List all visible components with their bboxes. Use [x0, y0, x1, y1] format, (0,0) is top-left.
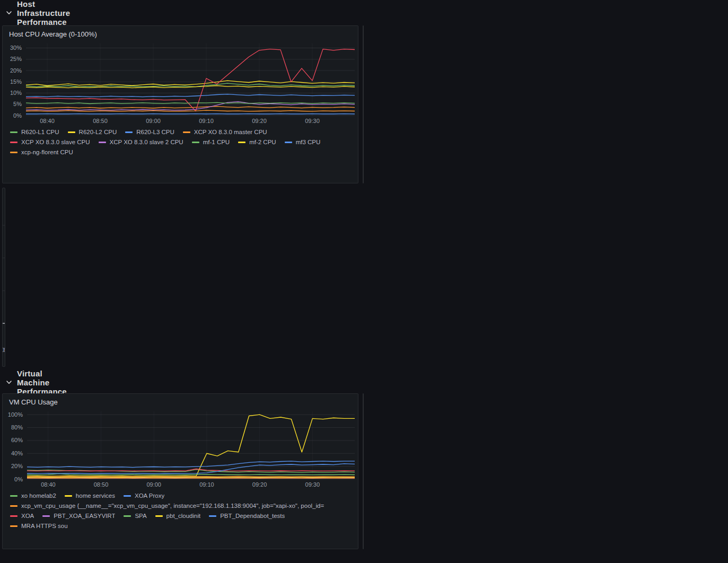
panel-title-host-cpu-average[interactable]: Host CPU Average (0-100%) — [3, 26, 358, 40]
series-line-spa — [27, 474, 355, 475]
series-color-icon — [65, 495, 72, 497]
legend-item-xo-homelab2[interactable]: xo homelab2 — [10, 492, 56, 499]
panel-title-host-disk-io[interactable]: Host Disk I/O (Read above / Write below) — [3, 188, 5, 203]
series-line-mf-1-cpu — [26, 102, 355, 103]
x-tick-label: 09:35 — [3, 347, 5, 353]
series-color-icon — [155, 515, 163, 517]
legend-item-pbt-dependabot-tests[interactable]: PBT_Dependabot_tests — [209, 513, 285, 519]
legend-item-xcp-xo-8-3-0-slave-2-cpu[interactable]: XCP XO 8.3.0 slave 2 CPU — [99, 139, 183, 145]
series-line-r620-l2-cpu — [26, 81, 355, 85]
x-tick-label: 09:30 — [305, 481, 320, 488]
panel-title-vm-memory-usage[interactable]: VM Memory Usage — [363, 394, 364, 408]
legend-label: XCP XO 8.3.0 slave 2 CPU — [110, 139, 183, 145]
host-disk-io-chart[interactable]: 0 io/s20K io/s40K io/s60K io/s08:4008:45… — [3, 203, 5, 354]
legend-label: xcp_vm_cpu_usage {__name__="xcp_vm_cpu_u… — [21, 503, 324, 509]
series-color-icon — [10, 495, 17, 497]
legend-label: PBT_XOA_EASYVIRT — [54, 513, 115, 519]
section-header-host-infrastructure[interactable]: Host Infrastructure Performance — [0, 0, 7, 25]
y-tick-label: 40% — [11, 450, 23, 456]
y-tick-label: 0% — [14, 476, 23, 482]
series-line-xcp-ng-florent-cpu — [26, 110, 355, 111]
x-tick-label: 09:00 — [146, 118, 161, 124]
legend-label: R620-L3 CPU — [136, 129, 174, 135]
series-color-icon — [10, 131, 17, 133]
legend-item-r620-l1-cpu[interactable]: R620-L1 CPU — [10, 129, 59, 135]
panel-row-bottom: VM CPU Usage 0%20%40%60%80%100%08:4008:5… — [2, 393, 5, 549]
panel-title-vm-cpu-usage[interactable]: VM CPU Usage — [3, 394, 358, 408]
series-color-icon — [68, 131, 75, 133]
series-line-xcp-xo-8-3-0-master-cpu — [26, 107, 355, 108]
x-tick-label: 09:20 — [252, 481, 267, 488]
series-color-icon — [192, 142, 199, 143]
legend-item-pbt-cloudinit[interactable]: pbt_cloudinit — [155, 513, 201, 519]
legend-item-xcp-xo-8-3-0-master-cpu[interactable]: XCP XO 8.3.0 master CPU — [183, 129, 267, 135]
series-line-r620-l3-cpu — [26, 94, 355, 97]
legend-label: xcp-ng-florent CPU — [21, 149, 73, 155]
section-title-virtual-machine: Virtual Machine Performance — [17, 369, 67, 396]
host-cpu-legend: R620-L1 CPUR620-L2 CPUR620-L3 CPUXCP XO … — [3, 125, 358, 183]
y-tick-label: 10% — [10, 90, 22, 96]
legend-item-xoa-proxy[interactable]: XOA Proxy — [124, 492, 164, 499]
legend-item-xcp-vm-cpu-usage-name-xcp-vm-cpu-usage-i[interactable]: xcp_vm_cpu_usage {__name__="xcp_vm_cpu_u… — [10, 503, 324, 509]
y-tick-label: 0% — [13, 112, 22, 119]
legend-label: XCP XO 8.3.0 master CPU — [194, 129, 267, 135]
legend-item-mf3-cpu[interactable]: mf3 CPU — [285, 139, 321, 145]
legend-item-xcp-ng-florent-cpu[interactable]: xcp-ng-florent CPU — [10, 149, 73, 155]
x-tick-label: 09:00 — [146, 481, 161, 488]
host-memory-legend: R620-L1 UsedR620-L2 UsedR620-L3 UsedXCP … — [363, 125, 364, 183]
section-header-virtual-machine[interactable]: Virtual Machine Performance — [0, 371, 7, 393]
series-color-icon — [124, 495, 131, 497]
x-tick-label: 09:30 — [305, 118, 320, 124]
series-color-icon — [42, 515, 50, 517]
legend-item-pbt-xoa-easyvirt[interactable]: PBT_XOA_EASYVIRT — [42, 513, 115, 519]
panel-vm-memory-usage: VM Memory Usage 0 B5 GB10 GB15 GB20 GB25… — [363, 393, 364, 549]
y-tick-label: 20% — [10, 67, 22, 74]
x-tick-label: 09:10 — [199, 481, 214, 488]
series-line-mra-https-sou — [27, 478, 355, 479]
y-tick-label: 25% — [10, 56, 22, 62]
panel-host-cpu-average: Host CPU Average (0-100%) 0%5%10%15%20%2… — [2, 25, 358, 183]
legend-label: R620-L2 CPU — [79, 129, 117, 135]
series-color-icon — [124, 515, 131, 517]
series-color-icon — [10, 525, 17, 527]
series-color-icon — [183, 131, 190, 133]
host-cpu-plot: 0%5%10%15%20%25%30%08:4008:5009:0009:100… — [3, 40, 358, 125]
legend-item-home-services[interactable]: home services — [65, 492, 115, 499]
legend-item-spa[interactable]: SPA — [124, 513, 146, 519]
legend-label: MRA HTTPS sou — [21, 523, 68, 529]
legend-item-mf-1-cpu[interactable]: mf-1 CPU — [192, 139, 230, 145]
vm-cpu-chart[interactable]: 0%20%40%60%80%100%08:4008:5009:0009:1009… — [3, 408, 358, 489]
legend-label: XCP XO 8.3.0 slave CPU — [21, 139, 90, 145]
series-color-icon — [10, 152, 17, 153]
vm-cpu-plot: 0%20%40%60%80%100%08:4008:5009:0009:1009… — [3, 408, 358, 489]
legend-item-mra-https-sou[interactable]: MRA HTTPS sou — [10, 523, 68, 529]
host-cpu-chart[interactable]: 0%5%10%15%20%25%30%08:4008:5009:0009:100… — [3, 40, 358, 125]
legend-label: pbt_cloudinit — [166, 513, 201, 519]
series-color-icon — [285, 142, 292, 143]
legend-label: R620-L1 CPU — [21, 129, 59, 135]
legend-label: mf3 CPU — [296, 139, 321, 145]
series-color-icon — [10, 515, 17, 517]
series-color-icon — [209, 515, 216, 517]
x-tick-label: 09:20 — [252, 118, 267, 124]
series-color-icon — [125, 131, 133, 133]
panel-host-disk-io: Host Disk I/O (Read above / Write below)… — [2, 188, 5, 367]
legend-item-mf-2-cpu[interactable]: mf-2 CPU — [238, 139, 276, 145]
series-color-icon — [10, 505, 17, 507]
y-tick-label: 20% — [11, 463, 23, 469]
panel-vm-cpu-usage: VM CPU Usage 0%20%40%60%80%100%08:4008:5… — [2, 393, 358, 549]
x-tick-label: 08:40 — [41, 481, 56, 488]
legend-item-xoa[interactable]: XOA — [10, 513, 34, 519]
panel-title-host-memory-utilization[interactable]: Host Memory Utilization — [363, 26, 364, 40]
chevron-down-icon — [6, 379, 12, 385]
legend-label: XOA Proxy — [135, 492, 164, 499]
legend-label: mf-1 CPU — [203, 139, 230, 145]
section-title-host-infrastructure: Host Infrastructure Performance — [17, 0, 70, 27]
legend-label: mf-2 CPU — [249, 139, 276, 145]
legend-label: xo homelab2 — [21, 492, 56, 499]
legend-item-xcp-xo-8-3-0-slave-cpu[interactable]: XCP XO 8.3.0 slave CPU — [10, 139, 90, 145]
panel-host-memory-utilization: Host Memory Utilization 0 B50 GB100 GB15… — [363, 25, 364, 183]
legend-label: PBT_Dependabot_tests — [220, 513, 285, 519]
legend-item-r620-l2-cpu[interactable]: R620-L2 CPU — [68, 129, 117, 135]
legend-item-r620-l3-cpu[interactable]: R620-L3 CPU — [125, 129, 174, 135]
